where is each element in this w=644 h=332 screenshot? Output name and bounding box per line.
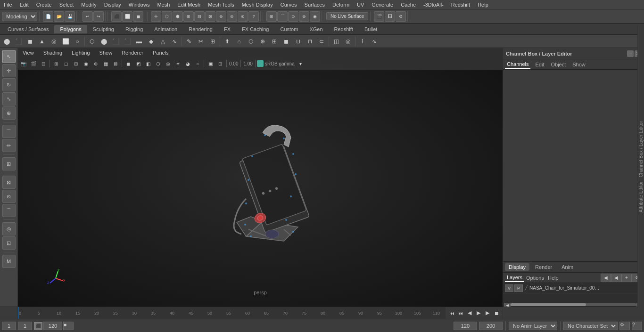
select-all-btn[interactable]: ⊞ — [183, 11, 194, 22]
channel-tab-object[interactable]: Object — [549, 61, 568, 68]
select-by-component-btn[interactable]: ◼ — [133, 11, 143, 22]
vp-xray-btn[interactable]: ◎ — [163, 59, 173, 68]
live-surface-btn[interactable]: No Live Surface — [326, 12, 368, 20]
layer-tab-anim[interactable]: Anim — [558, 263, 577, 271]
helix-btn[interactable]: ∿ — [169, 36, 180, 47]
layer-prev2-btn[interactable]: ◀ — [611, 274, 621, 282]
subdiv-btn[interactable]: ⬡ — [86, 36, 98, 47]
nurbs-cube-btn[interactable]: ⬛ — [110, 36, 121, 47]
vp-filmcam-btn[interactable]: 🎬 — [29, 59, 38, 68]
new-scene-btn[interactable]: 📄 — [43, 11, 53, 22]
tab-custom[interactable]: Custom — [275, 25, 304, 33]
vp-shade3-btn[interactable]: ◧ — [143, 59, 153, 68]
vm-show[interactable]: Show — [95, 49, 117, 57]
lasso-btn[interactable]: ⬡ — [162, 11, 172, 22]
pyramid-btn[interactable]: △ — [157, 36, 168, 47]
bevel-btn[interactable]: ⬡ — [245, 36, 256, 47]
menu-mesh[interactable]: Mesh — [153, 1, 173, 8]
select-by-object-btn[interactable]: ⬜ — [122, 11, 132, 22]
snap-curve-side-btn[interactable]: ⌒ — [2, 204, 16, 217]
nurbs-plane-btn[interactable]: ▬ — [133, 36, 145, 47]
save-scene-btn[interactable]: 💾 — [65, 11, 75, 22]
menu-modify[interactable]: Modify — [77, 1, 100, 8]
vp-gamma-dropdown-btn[interactable]: ▾ — [296, 59, 305, 68]
vp-sel-mask-btn[interactable]: ◻ — [61, 59, 71, 68]
attribute-editor-label[interactable]: Attribute Editor — [638, 179, 644, 214]
vp-shade1-btn[interactable]: ◼ — [124, 59, 133, 68]
menu-display[interactable]: Display — [100, 1, 125, 8]
menu-create[interactable]: Create — [33, 1, 56, 8]
vp-shade2-btn[interactable]: ◩ — [133, 59, 143, 68]
scroll-left-btn[interactable]: ◀ — [504, 303, 511, 307]
vp-uv-btn[interactable]: ⊠ — [111, 59, 120, 68]
snap-view-btn[interactable]: ⊚ — [299, 11, 309, 22]
nurbs-sphere-btn[interactable]: ⬤ — [98, 36, 109, 47]
char-set-help-btn[interactable]: ? — [632, 322, 642, 330]
menu-select[interactable]: Select — [56, 1, 78, 8]
vp-colorspace-btn[interactable] — [257, 60, 264, 67]
viewport[interactable]: View Shading Lighting Show Renderer Pane… — [18, 48, 503, 307]
vm-panels[interactable]: Panels — [148, 49, 173, 57]
progress-input[interactable] — [43, 322, 62, 330]
nonlinear-btn[interactable]: ∿ — [369, 36, 380, 47]
deselect-btn[interactable]: ⊟ — [194, 11, 205, 22]
progress-btn[interactable]: ■ — [63, 322, 74, 330]
menu-uv[interactable]: UV — [353, 1, 368, 8]
tab-bullet[interactable]: Bullet — [359, 25, 383, 33]
layer-item[interactable]: V P ╱ NASA_Chair_for_Simulator_001layer — [503, 283, 644, 293]
pb-step-fwd-btn[interactable]: ▶ — [483, 309, 492, 317]
workspace-dropdown[interactable]: Modeling — [2, 12, 37, 21]
layer-menu-layers[interactable]: Layers — [505, 274, 524, 282]
plane-btn[interactable]: ⬜ — [60, 36, 71, 47]
char-set-options-btn[interactable]: ⚙ — [619, 322, 630, 330]
pipe-btn[interactable]: ○ — [72, 36, 83, 47]
pen-tool-btn[interactable]: ✎ — [183, 36, 195, 47]
pb-goto-end-btn[interactable]: ⏹ — [492, 309, 501, 317]
layer-tab-display[interactable]: Display — [505, 263, 529, 271]
vp-poly-cnt-btn[interactable]: ▦ — [101, 59, 110, 68]
bridge-btn[interactable]: ⌂ — [233, 36, 245, 47]
move-btn[interactable]: ✛ — [151, 11, 161, 22]
multi-cut-btn[interactable]: ✂ — [195, 36, 206, 47]
boolean-diff-btn[interactable]: ⊓ — [304, 36, 315, 47]
channel-box-minimize[interactable]: ─ — [627, 50, 634, 57]
extrude-btn[interactable]: ⬆ — [222, 36, 233, 47]
lasso-tool-btn[interactable]: ⌒ — [2, 125, 16, 138]
menu-edit-mesh[interactable]: Edit Mesh — [173, 1, 204, 8]
merge-btn[interactable]: ⊕ — [257, 36, 268, 47]
channel-tab-show[interactable]: Show — [570, 61, 587, 68]
layer-menu-help[interactable]: Help — [546, 274, 561, 282]
vp-shadow-btn[interactable]: ◕ — [183, 59, 192, 68]
tab-fx-caching[interactable]: FX Caching — [236, 25, 274, 33]
tab-xgen[interactable]: XGen — [304, 25, 328, 33]
tab-rigging[interactable]: Rigging — [120, 25, 149, 33]
vp-manip-btn[interactable]: ⊕ — [91, 59, 100, 68]
tab-redshift[interactable]: Redshift — [329, 25, 359, 33]
vm-renderer[interactable]: Renderer — [117, 49, 148, 57]
menu-deform[interactable]: Deform — [329, 1, 353, 8]
redo-btn[interactable]: ↪ — [93, 11, 104, 22]
character-set-dropdown[interactable]: No Character Set — [563, 322, 618, 330]
vp-ao-btn[interactable]: ○ — [193, 59, 202, 68]
mirror-btn[interactable]: ◫ — [330, 36, 342, 47]
select-loop-btn[interactable]: ⊗ — [238, 11, 248, 22]
scrollbar-thumb[interactable] — [511, 303, 586, 306]
boolean-union-btn[interactable]: ⊔ — [292, 36, 304, 47]
quad-draw-btn[interactable]: ⊞ — [207, 36, 218, 47]
vp-sync-btn[interactable]: ⊡ — [39, 59, 48, 68]
cube-btn[interactable]: ⬛ — [13, 36, 24, 47]
channel-box-label[interactable]: Channel Box / Layer Editor — [638, 119, 644, 179]
layer-menu-options[interactable]: Options — [524, 274, 546, 282]
paint-select-btn[interactable]: ⬢ — [173, 11, 183, 22]
open-scene-btn[interactable]: 📂 — [54, 11, 64, 22]
shrink-sel-btn[interactable]: ⊖ — [227, 11, 237, 22]
frame-start-input[interactable] — [2, 322, 16, 330]
layer-new-btn[interactable]: + — [621, 274, 632, 282]
render-btn[interactable]: 🎬 — [374, 11, 384, 22]
menu-redshift[interactable]: Redshift — [447, 1, 474, 8]
tab-polygons[interactable]: Polygons — [54, 25, 87, 33]
vp-wire-btn[interactable]: ⬡ — [153, 59, 163, 68]
live-btn[interactable]: ◉ — [310, 11, 320, 22]
vm-lighting[interactable]: Lighting — [67, 49, 95, 57]
menu-3dtoall[interactable]: -3DtoAll- — [420, 1, 447, 8]
